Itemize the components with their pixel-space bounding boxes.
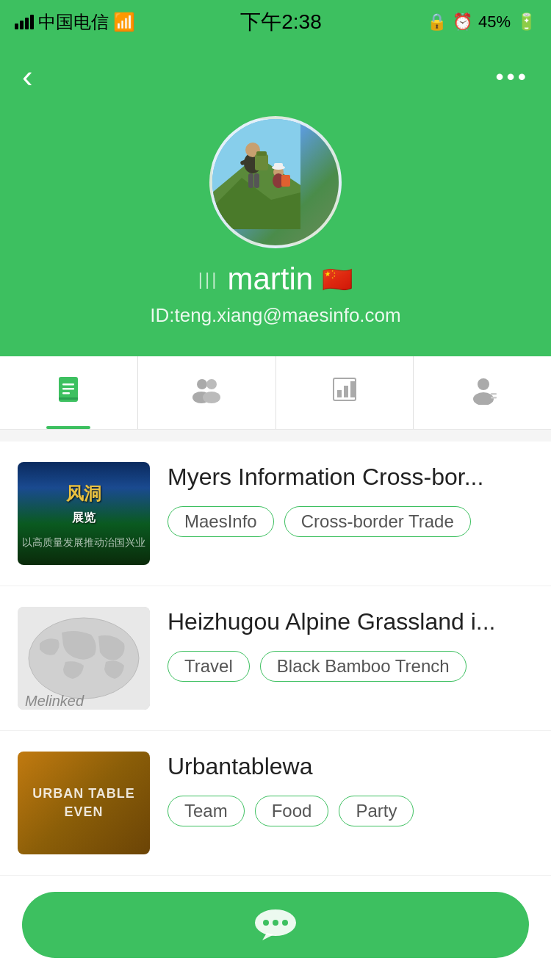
svg-rect-7 (248, 173, 253, 188)
bottom-bar (0, 880, 551, 980)
list-item[interactable]: 风洞展览 以高质量发展推动治国兴业 Myers Information Cros… (0, 442, 551, 586)
status-right: 🔒 ⏰ 45% 🔋 (427, 12, 536, 32)
signal-bars (15, 15, 34, 29)
item-thumbnail-2: Melinked (18, 607, 150, 710)
document-icon (53, 374, 84, 412)
wechat-dots: ||| (198, 269, 219, 289)
svg-rect-8 (254, 173, 259, 188)
tab-profile[interactable] (414, 356, 551, 429)
chart-icon (329, 374, 360, 412)
back-button[interactable]: ‹ (22, 60, 33, 93)
status-left: 中国电信 📶 (15, 10, 135, 34)
profile-id: ID:teng.xiang@maesinfo.com (150, 304, 400, 327)
tag: MaesInfo (168, 506, 274, 537)
svg-rect-12 (274, 163, 283, 167)
svg-rect-14 (281, 175, 290, 187)
profile-section: ||| martin 🇨🇳 ID:teng.xiang@maesinfo.com (0, 109, 551, 356)
svg-rect-5 (255, 154, 268, 170)
nav-bar: ‹ ••• (0, 44, 551, 109)
svg-rect-30 (491, 393, 497, 395)
item-title-1: Myers Information Cross-bor... (168, 462, 533, 493)
more-button[interactable]: ••• (495, 63, 529, 90)
avatar (209, 116, 342, 248)
status-time: 下午2:38 (240, 8, 322, 36)
chat-button[interactable] (22, 892, 529, 958)
urban-thumb-text: URBAN TABLE EVEN (18, 785, 150, 821)
alarm-icon: ⏰ (453, 12, 472, 32)
list-item[interactable]: Melinked Heizhugou Alpine Grassland i...… (0, 586, 551, 731)
item-thumbnail-3: URBAN TABLE EVEN (18, 752, 150, 854)
wifi-icon: 📶 (113, 12, 135, 32)
tab-posts[interactable] (0, 356, 138, 429)
svg-point-20 (197, 379, 207, 389)
svg-rect-17 (62, 388, 74, 390)
svg-rect-16 (62, 383, 74, 386)
carrier-name: 中国电信 (38, 10, 109, 34)
lock-icon: 🔒 (427, 12, 447, 32)
item-content-1: Myers Information Cross-bor... MaesInfo … (168, 462, 533, 537)
tag: Party (339, 796, 414, 826)
battery-icon: 🔋 (516, 12, 536, 32)
tag: Cross-border Trade (284, 506, 471, 537)
svg-rect-6 (256, 151, 267, 156)
profile-name: martin (228, 262, 314, 297)
tab-contacts[interactable] (138, 356, 276, 429)
svg-point-29 (473, 392, 494, 405)
svg-point-28 (478, 378, 489, 390)
item-tags-3: Team Food Party (168, 796, 533, 826)
svg-point-44 (282, 920, 288, 926)
item-content-2: Heizhugou Alpine Grassland i... Travel B… (168, 607, 533, 682)
svg-point-42 (263, 920, 269, 926)
list-item[interactable]: URBAN TABLE EVEN Urbantablewa Team Food … (0, 731, 551, 876)
person-icon (467, 374, 498, 412)
svg-rect-31 (491, 397, 497, 399)
item-content-3: Urbantablewa Team Food Party (168, 752, 533, 826)
item-title-3: Urbantablewa (168, 752, 533, 782)
people-icon (191, 374, 222, 412)
svg-rect-25 (337, 390, 342, 397)
tag: Travel (168, 651, 250, 682)
svg-rect-19 (59, 397, 78, 400)
svg-point-21 (206, 379, 217, 389)
item-thumbnail-1: 风洞展览 以高质量发展推动治国兴业 (18, 462, 150, 565)
tag: Black Bamboo Trench (260, 651, 467, 682)
status-bar: 中国电信 📶 下午2:38 🔒 ⏰ 45% 🔋 (0, 0, 551, 44)
svg-rect-27 (350, 381, 355, 397)
tag: Team (168, 796, 245, 826)
svg-rect-18 (62, 392, 70, 394)
tab-bar (0, 356, 551, 430)
tag: Food (255, 796, 329, 826)
svg-text:Melinked: Melinked (25, 693, 84, 709)
profile-flag: 🇨🇳 (322, 264, 353, 294)
svg-rect-26 (344, 386, 348, 397)
profile-name-row: ||| martin 🇨🇳 (198, 262, 353, 297)
svg-point-23 (203, 392, 220, 403)
item-tags-1: MaesInfo Cross-border Trade (168, 506, 533, 537)
battery-level: 45% (478, 12, 511, 32)
item-title-2: Heizhugou Alpine Grassland i... (168, 607, 533, 638)
item-tags-2: Travel Black Bamboo Trench (168, 651, 533, 682)
tab-stats[interactable] (276, 356, 414, 429)
svg-point-43 (273, 920, 278, 926)
